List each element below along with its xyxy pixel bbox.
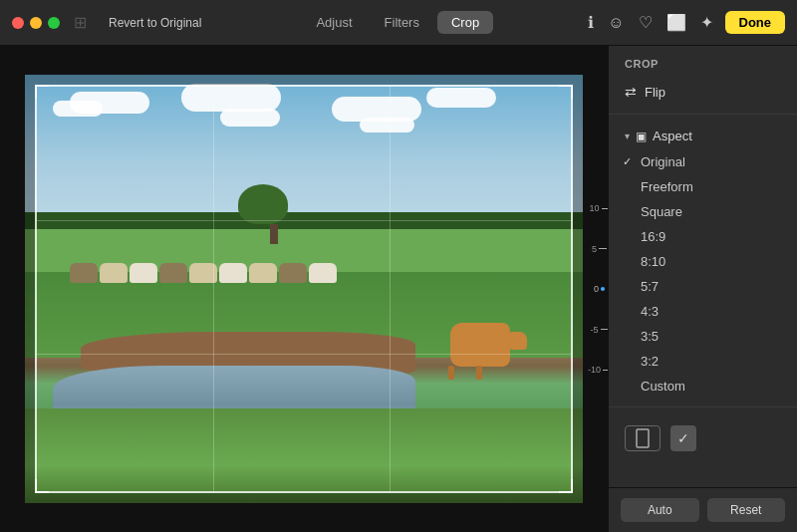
- aspect-4-3[interactable]: 4:3: [609, 299, 797, 324]
- aspect-5-7[interactable]: 5:7: [609, 274, 797, 299]
- checkmark-icon: ✓: [677, 430, 689, 446]
- aspect-3-2-label: 3:2: [641, 354, 659, 369]
- revert-button[interactable]: Revert to Original: [101, 13, 209, 33]
- right-panel: CROP ⇄ Flip ▾ ▣ Aspect Original Freeform…: [608, 46, 797, 532]
- aspect-freeform[interactable]: Freeform: [609, 174, 797, 199]
- ruler-line-icon: [601, 329, 609, 330]
- photo-area[interactable]: 10 5 0 -5 -10: [0, 46, 608, 532]
- aspect-square[interactable]: Square: [609, 199, 797, 224]
- confirm-crop-tool[interactable]: ✓: [670, 425, 696, 451]
- ruler-mark-0: 0: [594, 284, 605, 294]
- ruler-line-icon: [599, 248, 607, 249]
- flip-icon: ⇄: [625, 84, 637, 100]
- aspect-custom[interactable]: Custom: [609, 374, 797, 399]
- ruler-line-icon: [603, 370, 608, 371]
- ruler-mark-neg10: -10: [588, 365, 608, 375]
- titlebar-divider-icon: ⊞: [74, 13, 87, 32]
- panel-footer: Auto Reset: [609, 487, 797, 532]
- crop-section-title: CROP: [609, 46, 797, 78]
- panel-spacer: [609, 461, 797, 487]
- aspect-8-10[interactable]: 8:10: [609, 249, 797, 274]
- aspect-16-9[interactable]: 16:9: [609, 224, 797, 249]
- aspect-16-9-label: 16:9: [641, 229, 665, 244]
- aspect-header[interactable]: ▾ ▣ Aspect: [609, 123, 797, 149]
- aspect-custom-label: Custom: [641, 379, 685, 394]
- aspect-expand-icon: ▾: [625, 131, 630, 141]
- rotation-ruler[interactable]: 10 5 0 -5 -10: [588, 203, 608, 375]
- heart-icon[interactable]: ♡: [637, 11, 655, 34]
- fullscreen-button[interactable]: [48, 17, 60, 29]
- close-button[interactable]: [12, 17, 24, 29]
- crop-grid: [37, 87, 571, 491]
- auto-button[interactable]: Auto: [621, 498, 699, 522]
- emoji-icon[interactable]: ☺: [606, 12, 626, 34]
- main-content: 10 5 0 -5 -10: [0, 46, 797, 532]
- panel-divider-2: [609, 406, 797, 407]
- grid-h-1: [37, 220, 571, 221]
- grid-h-2: [37, 354, 571, 355]
- tab-group: Adjust Filters Crop: [221, 11, 574, 34]
- ruler-mark-neg5: -5: [590, 325, 608, 335]
- aspect-label: Aspect: [653, 129, 692, 143]
- portrait-crop-tool[interactable]: [625, 425, 661, 451]
- aspect-rect-icon: ▣: [636, 130, 647, 143]
- titlebar-actions: ℹ ☺ ♡ ⬜ ✦ Done: [586, 11, 785, 34]
- aspect-list: Original Freeform Square 16:9 8:10 5:7 4…: [609, 149, 797, 399]
- reset-button[interactable]: Reset: [707, 498, 786, 522]
- flip-label: Flip: [645, 85, 665, 100]
- ruler-line-icon: [602, 208, 609, 209]
- aspect-3-2[interactable]: 3:2: [609, 349, 797, 374]
- tab-filters[interactable]: Filters: [371, 11, 433, 34]
- crop-icon[interactable]: ⬜: [664, 11, 688, 34]
- panel-bottom-tools: ✓: [609, 415, 797, 461]
- done-button[interactable]: Done: [725, 11, 786, 34]
- aspect-original[interactable]: Original: [609, 149, 797, 174]
- aspect-original-label: Original: [641, 154, 685, 169]
- aspect-4-3-label: 4:3: [641, 304, 659, 319]
- ruler-mark-10: 10: [589, 203, 608, 213]
- magic-icon[interactable]: ✦: [698, 11, 715, 34]
- panel-divider-1: [609, 114, 797, 115]
- ruler-zero-dot: [601, 287, 605, 291]
- aspect-5-7-label: 5:7: [641, 279, 659, 294]
- crop-overlay[interactable]: [35, 85, 573, 493]
- aspect-3-5-label: 3:5: [641, 329, 659, 344]
- minimize-button[interactable]: [30, 17, 42, 29]
- traffic-lights: [12, 17, 60, 29]
- titlebar: ⊞ Revert to Original Adjust Filters Crop…: [0, 0, 797, 46]
- aspect-freeform-label: Freeform: [641, 179, 693, 194]
- aspect-8-10-label: 8:10: [641, 254, 665, 269]
- aspect-square-label: Square: [641, 204, 682, 219]
- ruler-mark-5: 5: [592, 244, 607, 254]
- info-icon[interactable]: ℹ: [586, 11, 596, 34]
- svg-rect-0: [637, 429, 649, 447]
- photo-container: 10 5 0 -5 -10: [25, 75, 583, 503]
- tab-crop[interactable]: Crop: [437, 11, 493, 34]
- aspect-3-5[interactable]: 3:5: [609, 324, 797, 349]
- tab-adjust[interactable]: Adjust: [302, 11, 366, 34]
- flip-item[interactable]: ⇄ Flip: [609, 78, 797, 106]
- grid-v-1: [213, 87, 214, 491]
- grid-v-2: [390, 87, 391, 491]
